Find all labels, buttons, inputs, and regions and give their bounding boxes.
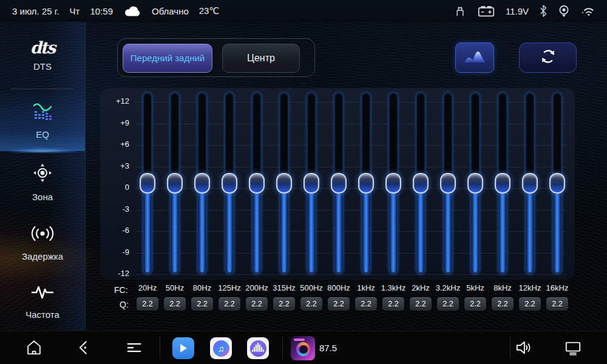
band-q-button[interactable]: 2.2 — [328, 297, 350, 311]
eq-scale-label: -9 — [100, 248, 129, 257]
sidebar-item-eq[interactable]: EQ — [0, 89, 85, 151]
radio-app-button[interactable] — [291, 336, 315, 360]
eq-reset-button[interactable] — [519, 42, 577, 73]
q-factor-row: 2.22.22.22.22.22.22.22.22.22.22.22.22.22… — [100, 297, 575, 311]
eq-slider-thumb[interactable] — [222, 173, 237, 194]
bluetooth-icon — [539, 4, 548, 18]
eq-slider-thumb[interactable] — [358, 173, 374, 194]
band-q-button[interactable]: 2.2 — [164, 297, 186, 311]
app-video-player[interactable] — [172, 337, 194, 359]
eq-slider-thumb[interactable] — [331, 173, 347, 194]
eq-slider-thumb[interactable] — [167, 173, 183, 194]
band-q-button[interactable]: 2.2 — [382, 297, 404, 311]
eq-panel: +12+9+6+30-3-6-9-12 — [100, 88, 575, 280]
band-q-button[interactable]: 2.2 — [300, 297, 322, 311]
battery-voltage: 11.9V — [506, 6, 529, 16]
eq-band-slider[interactable] — [358, 93, 374, 274]
sidebar-item-label: Зона — [32, 192, 53, 202]
eq-band-slider[interactable] — [440, 93, 456, 274]
eq-slider-thumb[interactable] — [522, 173, 538, 194]
band-q-button[interactable]: 2.2 — [355, 297, 377, 311]
eq-slider-thumb[interactable] — [276, 173, 292, 194]
sidebar-item-dts[interactable]: dts DTS — [0, 22, 85, 89]
eq-slider-fill — [473, 183, 478, 272]
eq-slider-thumb[interactable] — [194, 173, 210, 194]
eq-slider-thumb[interactable] — [467, 173, 483, 194]
band-q-button[interactable]: 2.2 — [492, 297, 514, 311]
bottom-bar-divider — [510, 337, 510, 359]
band-q-button[interactable]: 2.2 — [191, 297, 213, 311]
band-q-button[interactable]: 2.2 — [273, 297, 295, 311]
sidebar: dts DTS EQ — [0, 22, 86, 331]
eq-slider-fill — [527, 183, 532, 272]
sidebar-item-label: Задержка — [22, 251, 63, 261]
eq-slider-thumb[interactable] — [549, 173, 565, 194]
eq-slider-fill — [336, 183, 341, 272]
back-button[interactable] — [73, 337, 95, 359]
sidebar-item-frequency[interactable]: Частота — [0, 272, 85, 331]
channel-tab-bar: Передний задний Центр — [117, 38, 315, 77]
eq-band-slider[interactable] — [331, 93, 347, 274]
eq-slider-thumb[interactable] — [440, 173, 456, 194]
eq-scale-label: -12 — [100, 269, 129, 278]
eq-band-slider[interactable] — [249, 93, 265, 274]
eq-scale-label: +3 — [100, 161, 129, 170]
eq-slider-fill — [446, 183, 450, 272]
eq-preset-button[interactable] — [455, 42, 494, 73]
eq-slider-fill — [282, 183, 287, 272]
eq-band-slider[interactable] — [222, 93, 237, 274]
eq-band-slider[interactable] — [413, 93, 429, 274]
eq-slider-thumb[interactable] — [304, 173, 319, 194]
home-button[interactable] — [23, 337, 45, 359]
eq-scale-label: -3 — [100, 204, 129, 214]
eq-band-slider[interactable] — [467, 93, 483, 274]
eq-slider-fill — [391, 183, 396, 272]
weather-temperature: 23℃ — [199, 5, 220, 16]
eq-band-slider[interactable] — [276, 93, 292, 274]
eq-slider-thumb[interactable] — [140, 173, 155, 194]
eq-band-slider[interactable] — [549, 93, 565, 274]
band-q-button[interactable]: 2.2 — [410, 297, 432, 311]
eq-slider-thumb[interactable] — [249, 173, 265, 194]
frequency-row: 20Hz50Hz80Hz125Hz200Hz315Hz500Hz800Hz1kH… — [100, 283, 575, 294]
eq-band-slider[interactable] — [522, 93, 538, 274]
eq-slider-fill — [200, 183, 205, 272]
band-q-button[interactable]: 2.2 — [437, 297, 459, 311]
band-q-button[interactable]: 2.2 — [464, 297, 486, 311]
volume-button[interactable] — [513, 337, 535, 359]
location-icon — [558, 4, 570, 18]
eq-scale-label: +9 — [100, 118, 129, 127]
menu-button[interactable] — [123, 337, 145, 359]
music-note-glyph: ♫ — [217, 343, 224, 354]
status-date: 3 июл. 25 г. — [12, 6, 59, 16]
band-q-button[interactable]: 2.2 — [546, 297, 568, 311]
eq-band-slider[interactable] — [495, 93, 510, 274]
eq-slider-thumb[interactable] — [385, 173, 401, 194]
band-q-button[interactable]: 2.2 — [246, 297, 268, 311]
tab-front-rear[interactable]: Передний задний — [123, 44, 212, 73]
eq-band-slider[interactable] — [304, 93, 319, 274]
bottom-bar-divider — [160, 337, 160, 359]
delay-icon — [30, 224, 55, 246]
eq-slider-fill — [145, 183, 150, 272]
eq-scale-label: +6 — [100, 140, 129, 149]
eq-band-slider[interactable] — [385, 93, 401, 274]
eq-band-slider[interactable] — [194, 93, 210, 274]
band-q-button[interactable]: 2.2 — [137, 297, 158, 311]
sidebar-item-delay[interactable]: Задержка — [0, 213, 85, 272]
sidebar-item-zone[interactable]: Зона — [0, 151, 85, 213]
eq-slider-thumb[interactable] — [413, 173, 429, 194]
band-q-button[interactable]: 2.2 — [219, 297, 240, 311]
tab-center[interactable]: Центр — [222, 44, 300, 73]
app-voice[interactable] — [247, 337, 269, 359]
bottom-bar-divider — [282, 337, 283, 359]
eq-gridline — [135, 274, 566, 275]
eq-slider-thumb[interactable] — [495, 173, 510, 194]
band-q-button[interactable]: 2.2 — [519, 297, 541, 311]
screen-icon — [564, 339, 582, 356]
eq-band-slider[interactable] — [167, 93, 183, 274]
display-button[interactable] — [562, 337, 584, 359]
eq-band-slider[interactable] — [140, 93, 155, 274]
app-music[interactable]: ♫ — [210, 337, 232, 359]
radio-frequency-readout: 87.5 — [319, 337, 337, 359]
